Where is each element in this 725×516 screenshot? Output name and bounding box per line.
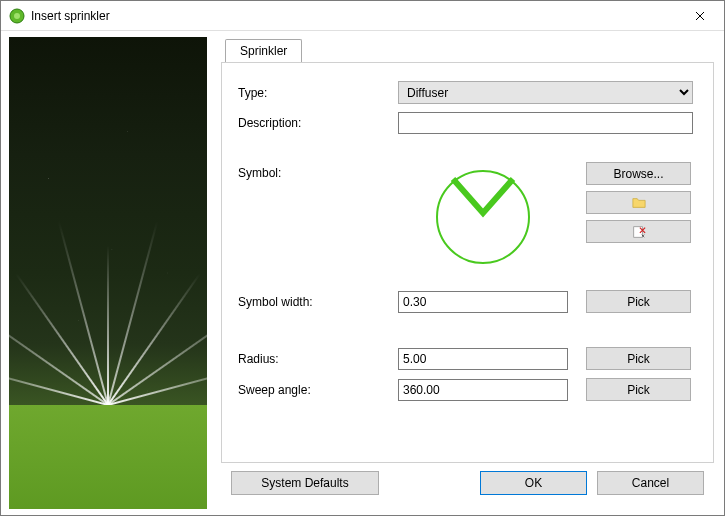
dialog-content: Sprinkler Type: Diffuser Description: (1, 31, 724, 515)
cancel-button[interactable]: Cancel (597, 471, 704, 495)
dialog-footer: System Defaults OK Cancel (221, 463, 714, 505)
symbol-icon (433, 167, 533, 267)
sprinkler-photo (9, 37, 207, 509)
tab-label: Sprinkler (240, 44, 287, 58)
form-pane: Sprinkler Type: Diffuser Description: (211, 31, 724, 515)
row-type: Type: Diffuser (238, 81, 697, 104)
cancel-label: Cancel (632, 476, 669, 490)
description-input[interactable] (398, 112, 693, 134)
pick-label: Pick (627, 352, 650, 366)
window-close-button[interactable] (677, 2, 722, 30)
row-sweep-angle: Sweep angle: Pick (238, 378, 697, 401)
label-sweep-angle: Sweep angle: (238, 383, 398, 397)
tabset: Sprinkler (221, 39, 714, 63)
radius-input[interactable] (398, 348, 568, 370)
label-type: Type: (238, 86, 398, 100)
tab-sprinkler[interactable]: Sprinkler (225, 39, 302, 63)
system-defaults-button[interactable]: System Defaults (231, 471, 379, 495)
type-select[interactable]: Diffuser (398, 81, 693, 104)
tab-panel-sprinkler: Type: Diffuser Description: Symbol: (221, 62, 714, 463)
browse-label: Browse... (613, 167, 663, 181)
delete-symbol-button[interactable] (586, 220, 691, 243)
titlebar: Insert sprinkler (1, 1, 724, 31)
sweep-angle-input[interactable] (398, 379, 568, 401)
label-radius: Radius: (238, 352, 398, 366)
delete-icon (631, 225, 647, 239)
system-defaults-label: System Defaults (261, 476, 348, 490)
folder-button[interactable] (586, 191, 691, 214)
preview-pane (1, 31, 211, 515)
pick-sweep-angle-button[interactable]: Pick (586, 378, 691, 401)
svg-point-1 (14, 13, 20, 19)
label-symbol: Symbol: (238, 162, 398, 180)
symbol-preview (398, 162, 568, 272)
symbol-width-input[interactable] (398, 291, 568, 313)
close-icon (695, 11, 705, 21)
label-description: Description: (238, 116, 398, 130)
folder-icon (631, 196, 647, 210)
pick-symbol-width-button[interactable]: Pick (586, 290, 691, 313)
window-title: Insert sprinkler (31, 9, 677, 23)
pick-label: Pick (627, 295, 650, 309)
row-radius: Radius: Pick (238, 347, 697, 370)
pick-label: Pick (627, 383, 650, 397)
ok-label: OK (525, 476, 542, 490)
sprinkler-app-icon (9, 8, 25, 24)
row-symbol: Symbol: Browse... (238, 162, 697, 272)
browse-button[interactable]: Browse... (586, 162, 691, 185)
pick-radius-button[interactable]: Pick (586, 347, 691, 370)
row-description: Description: (238, 112, 697, 134)
label-symbol-width: Symbol width: (238, 295, 398, 309)
ok-button[interactable]: OK (480, 471, 587, 495)
symbol-button-stack: Browse... (586, 162, 691, 243)
row-symbol-width: Symbol width: Pick (238, 290, 697, 313)
